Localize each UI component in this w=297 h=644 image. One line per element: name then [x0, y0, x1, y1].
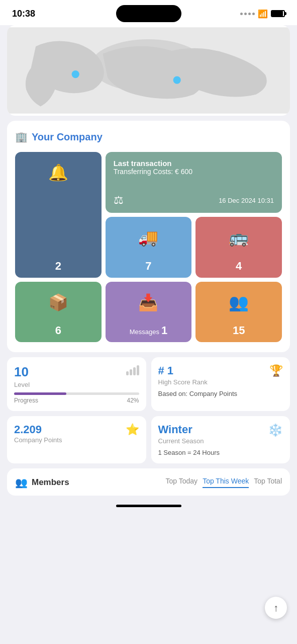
svg-point-3 [173, 76, 181, 84]
company-card: 🏢 Your Company 🔔 2 Last transaction Tran… [7, 121, 290, 352]
members-tabs: Top Today Top This Week Top Total [166, 477, 282, 488]
company-header: 🏢 Your Company [15, 131, 282, 143]
season-card: Winter Current Season ❄️ 1 Season = 24 H… [151, 416, 290, 463]
stats-row-1: 10 Level Progress 42% # 1 High Score Ran… [7, 357, 290, 411]
season-info: 1 Season = 24 Hours [158, 449, 283, 456]
tile-transport[interactable]: 🚌 4 [195, 217, 282, 278]
building-icon: 🏢 [15, 131, 28, 143]
transaction-bottom: ⚖ 16 Dec 2024 10:31 [114, 194, 274, 207]
inbox-icon: 📥 [138, 293, 158, 312]
svg-point-2 [72, 70, 79, 78]
home-indicator [0, 501, 297, 512]
progress-bar-bg [14, 392, 139, 395]
level-number: 10 [14, 364, 30, 380]
signal-dots-icon [240, 13, 255, 15]
tile-trucks-value: 7 [145, 260, 151, 273]
snowflake-icon: ❄️ [268, 423, 283, 437]
status-time: 10:38 [12, 9, 35, 19]
stats-row-2: 2.209 Company Points ⭐ Winter Current Se… [7, 416, 290, 463]
points-label: Company Points [14, 436, 62, 444]
balance-icon: ⚖ [114, 194, 124, 207]
progress-bar-fill [14, 392, 66, 395]
level-label: Level [14, 381, 30, 388]
tile-notifications[interactable]: 🔔 2 [15, 152, 102, 278]
tile-inventory-value: 6 [55, 324, 61, 337]
level-card: 10 Level Progress 42% [7, 357, 146, 411]
truck-icon: 🚚 [138, 228, 158, 247]
tile-transport-value: 4 [236, 260, 242, 273]
star-icon: ⭐ [126, 423, 139, 436]
dynamic-island [116, 5, 181, 22]
bus-icon: 🚌 [229, 228, 249, 247]
tile-inventory[interactable]: 📦 6 [15, 282, 102, 342]
map-section [7, 25, 290, 116]
tile-messages-label: Messages [130, 328, 159, 336]
transaction-date: 16 Dec 2024 10:31 [219, 197, 274, 204]
members-header: 👥 Members Top Today Top This Week Top To… [15, 476, 282, 489]
transaction-amount: Transferring Costs: € 600 [114, 168, 274, 176]
tile-people-value: 15 [233, 324, 245, 337]
season-name: Winter [158, 423, 204, 436]
members-title: Members [32, 477, 69, 488]
members-section: 👥 Members Top Today Top This Week Top To… [7, 468, 290, 496]
tab-top-total[interactable]: Top Total [254, 477, 282, 488]
bell-icon: 🔔 [48, 163, 68, 182]
home-bar [116, 505, 181, 507]
tile-notifications-value: 2 [55, 260, 61, 273]
tiles-grid: 🔔 2 Last transaction Transferring Costs:… [15, 152, 282, 278]
arrow-up-icon: ↑ [273, 602, 278, 614]
points-number: 2.209 [14, 423, 62, 436]
wifi-icon: 📶 [258, 9, 268, 19]
tile-people[interactable]: 👥 15 [195, 282, 282, 342]
tile-trucks[interactable]: 🚚 7 [106, 217, 192, 278]
tab-top-week[interactable]: Top This Week [203, 477, 249, 488]
rank-number: # 1 [158, 364, 208, 377]
level-bars-icon [126, 364, 139, 375]
progress-pct: 42% [127, 397, 139, 404]
members-title-group: 👥 Members [15, 476, 69, 489]
progress-label: Progress [14, 397, 38, 404]
tab-top-today[interactable]: Top Today [166, 477, 198, 488]
boxes-icon: 📦 [48, 293, 68, 312]
tile-messages-value: 1 [161, 324, 167, 337]
rank-based: Based on: Company Points [158, 390, 283, 397]
transaction-title: Last transaction [114, 159, 274, 168]
battery-icon [271, 10, 285, 17]
status-icons: 📶 [240, 9, 285, 19]
rank-label: High Score Rank [158, 378, 208, 386]
season-label: Current Season [158, 437, 204, 445]
rank-card-inner: # 1 High Score Rank 🏆 [158, 364, 283, 390]
status-bar: 10:38 📶 [0, 0, 297, 25]
points-card: 2.209 Company Points ⭐ [7, 416, 146, 463]
tile-messages[interactable]: 📥 Messages 1 [106, 282, 192, 342]
scroll-to-top-button[interactable]: ↑ [265, 597, 287, 619]
world-map [7, 25, 290, 116]
people-icon: 👥 [229, 293, 249, 312]
transaction-tile[interactable]: Last transaction Transferring Costs: € 6… [106, 152, 282, 213]
trophy-icon: 🏆 [269, 364, 283, 377]
company-title: Your Company [32, 131, 103, 143]
members-icon: 👥 [15, 476, 28, 489]
rank-card: # 1 High Score Rank 🏆 Based on: Company … [151, 357, 290, 411]
